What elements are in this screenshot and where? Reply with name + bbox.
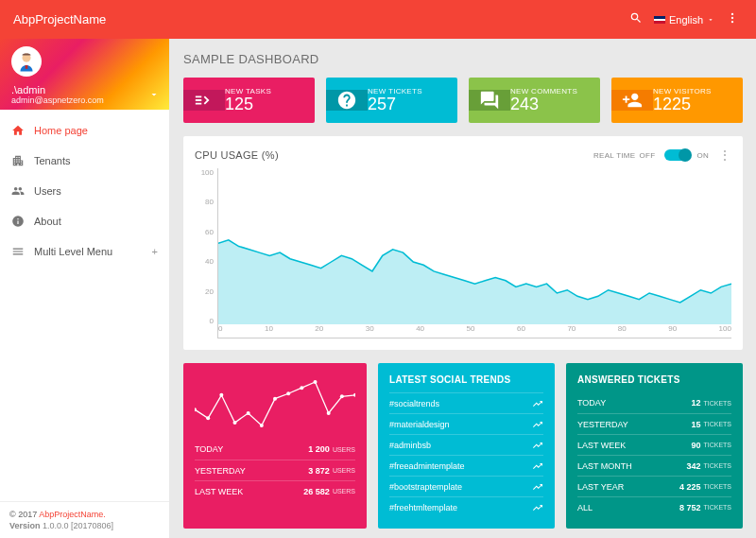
ticket-row: LAST MONTH342TICKETS	[577, 455, 731, 476]
svg-point-9	[233, 421, 237, 425]
page-title: SAMPLE DASHBOARD	[183, 52, 743, 66]
nav-item-tenants[interactable]: Tenants	[0, 146, 169, 176]
trend-row[interactable]: #materialdesign	[389, 413, 543, 434]
user-profile-box: .\admin admin@aspnetzero.com	[0, 39, 169, 110]
brand-name: AbpProjectName	[13, 12, 106, 26]
tenants-icon	[11, 154, 25, 167]
svg-point-1	[731, 16, 733, 18]
trends-widget: LATEST SOCIAL TRENDS #socialtrends#mater…	[378, 363, 555, 529]
users-icon	[11, 184, 25, 198]
expand-icon: +	[152, 246, 158, 257]
trend-row[interactable]: #socialtrends	[389, 392, 543, 413]
language-label: English	[669, 14, 703, 26]
svg-point-15	[314, 380, 318, 384]
flag-icon	[654, 16, 665, 24]
cpu-title: CPU USAGE (%)	[195, 149, 279, 161]
svg-point-8	[219, 393, 223, 397]
nav-item-about[interactable]: About	[0, 206, 169, 236]
ticket-row: TODAY12TICKETS	[577, 392, 731, 413]
trending-up-icon	[532, 419, 543, 430]
nav-menu: Home page Tenants Users About Multi Leve…	[0, 110, 169, 501]
more-icon[interactable]	[722, 11, 743, 28]
panel-more-icon[interactable]: ⋮	[718, 148, 731, 163]
trend-row[interactable]: #freehtmltemplate	[389, 496, 543, 517]
sidebar-footer: © 2017 AbpProjectName. Version 1.0.0.0 […	[0, 501, 169, 538]
top-header: AbpProjectName English	[0, 0, 756, 39]
comments-icon	[469, 90, 510, 111]
ticket-row: LAST WEEK90TICKETS	[577, 434, 731, 455]
trending-up-icon	[532, 460, 543, 472]
svg-point-17	[340, 394, 344, 398]
trending-up-icon	[532, 481, 543, 493]
nav-item-home[interactable]: Home page	[0, 115, 169, 146]
svg-rect-4	[26, 65, 28, 69]
visits-widget: TODAY1 200USERSYESTERDAY3 872USERSLAST W…	[183, 363, 367, 529]
tasks-icon	[183, 90, 225, 111]
nav-item-multilevel[interactable]: Multi Level Menu+	[0, 236, 169, 267]
home-icon	[11, 124, 25, 137]
trend-row[interactable]: #bootstraptemplate	[389, 476, 543, 496]
svg-point-11	[260, 424, 264, 427]
card-new-tickets[interactable]: NEW TICKETS257	[326, 78, 457, 123]
card-new-visitors[interactable]: NEW VISITORS1225	[611, 78, 743, 123]
svg-point-0	[731, 12, 733, 14]
person-add-icon	[611, 90, 653, 111]
realtime-toggle[interactable]	[664, 149, 691, 161]
nav-label: About	[34, 216, 61, 227]
svg-point-7	[206, 416, 210, 420]
avatar	[11, 46, 42, 77]
card-new-tasks[interactable]: NEW TASKS125	[183, 78, 315, 123]
ticket-row: LAST YEAR4 225TICKETS	[577, 476, 731, 496]
svg-point-10	[247, 411, 250, 415]
language-selector[interactable]: English	[654, 14, 714, 26]
ticket-row: ALL8 752TICKETS	[577, 496, 731, 517]
svg-point-12	[273, 397, 277, 401]
help-icon	[326, 90, 368, 111]
nav-label: Home page	[34, 125, 88, 136]
svg-point-18	[353, 393, 355, 397]
cpu-chart: 100806040200 0102030405060708090100	[195, 168, 731, 338]
menu-icon	[11, 245, 25, 258]
trending-up-icon	[532, 502, 543, 513]
nav-label: Multi Level Menu	[34, 246, 112, 257]
trend-row[interactable]: #freeadmintemplate	[389, 455, 543, 476]
tickets-widget: ANSWERED TICKETS TODAY12TICKETSYESTERDAY…	[566, 363, 743, 529]
sidebar: .\admin admin@aspnetzero.com Home page T…	[0, 39, 170, 538]
trend-row[interactable]: #adminbsb	[389, 434, 543, 455]
visits-row: TODAY1 200USERS	[195, 439, 355, 460]
user-name: .\admin	[11, 84, 158, 95]
svg-point-14	[300, 386, 303, 390]
realtime-label: REAL TIME	[593, 151, 636, 160]
card-new-comments[interactable]: NEW COMMENTS243	[469, 78, 600, 123]
nav-item-users[interactable]: Users	[0, 176, 169, 206]
nav-label: Tenants	[34, 155, 71, 166]
footer-link[interactable]: AbpProjectName.	[39, 510, 106, 519]
trending-up-icon	[532, 398, 543, 409]
nav-label: Users	[34, 185, 61, 197]
ticket-row: YESTERDAY15TICKETS	[577, 413, 731, 434]
user-email: admin@aspnetzero.com	[11, 95, 158, 105]
svg-point-13	[286, 391, 290, 395]
spark-chart	[195, 374, 355, 433]
user-menu-toggle[interactable]	[148, 87, 160, 104]
visits-row: YESTERDAY3 872USERS	[195, 460, 355, 480]
main-content: SAMPLE DASHBOARD NEW TASKS125 NEW TICKET…	[170, 39, 756, 538]
search-icon[interactable]	[626, 11, 646, 28]
trending-up-icon	[532, 440, 543, 451]
svg-point-2	[731, 20, 733, 22]
info-icon	[11, 215, 25, 228]
svg-point-16	[327, 411, 331, 415]
cpu-panel: CPU USAGE (%) REAL TIME OFF ON ⋮ 1008060…	[183, 136, 743, 350]
stat-cards: NEW TASKS125 NEW TICKETS257 NEW COMMENTS…	[183, 78, 743, 123]
visits-row: LAST WEEK26 582USERS	[195, 480, 355, 501]
chevron-down-icon	[707, 16, 714, 24]
